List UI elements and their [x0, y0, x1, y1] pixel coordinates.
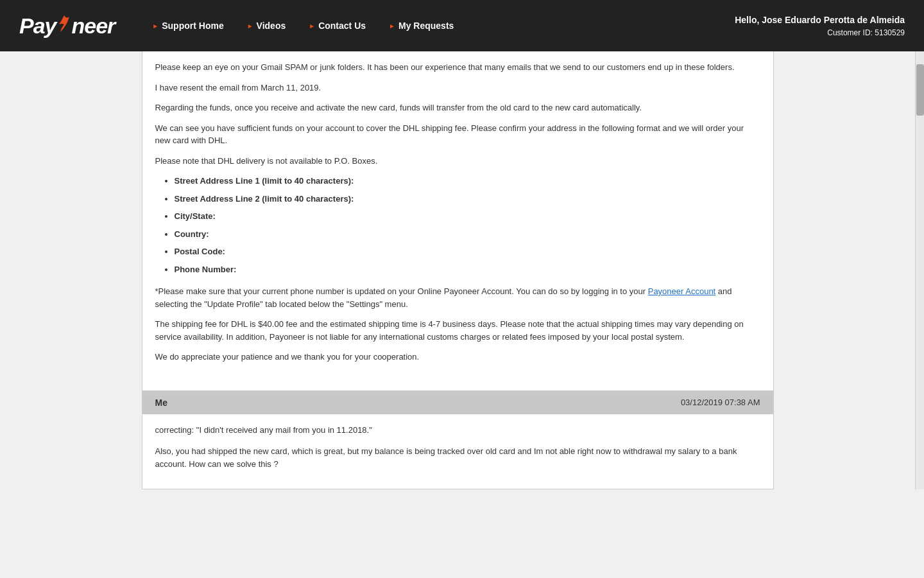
second-message-timestamp: 03/12/2019 07:38 AM	[681, 398, 760, 407]
para-resent: I have resent the email from March 11, 2…	[155, 82, 760, 94]
second-message-sender: Me	[155, 398, 167, 408]
second-para-2: Also, you had shipped the new card, whic…	[155, 445, 760, 470]
customer-id: Customer ID: 5130529	[735, 27, 905, 39]
payoneer-logo-check	[55, 14, 73, 37]
second-para-1: correcting: "I didn't received any mail …	[155, 424, 760, 437]
para-po-boxes: Please note that DHL delivery is not ava…	[155, 155, 760, 168]
list-item-postal: Postal Code:	[175, 245, 760, 258]
content-area: Please keep an eye on your Gmail SPAM or…	[142, 51, 774, 489]
main-wrapper: Please keep an eye on your Gmail SPAM or…	[0, 51, 924, 489]
arrow-icon: ►	[152, 22, 158, 30]
para-spam: Please keep an eye on your Gmail SPAM or…	[155, 61, 760, 74]
arrow-icon: ►	[309, 22, 315, 30]
user-greeting: Hello, Jose Eduardo Perotta de Almeida	[735, 13, 905, 27]
list-item-address1: Street Address Line 1 (limit to 40 chara…	[175, 175, 760, 188]
para-shipping-fee: The shipping fee for DHL is $40.00 fee a…	[155, 318, 760, 343]
nav-contact-us[interactable]: ► Contact Us	[297, 21, 377, 31]
first-message-body: Please keep an eye on your Gmail SPAM or…	[142, 51, 773, 391]
list-item-address2: Street Address Line 2 (limit to 40 chara…	[175, 193, 760, 206]
logo-area: Pay neer	[19, 13, 115, 39]
list-item-country: Country:	[175, 228, 760, 241]
scrollbar[interactable]	[915, 51, 924, 489]
para-closing: We do appreciate your patience and we th…	[155, 351, 760, 363]
nav-my-requests[interactable]: ► My Requests	[377, 21, 465, 31]
arrow-icon: ►	[247, 22, 253, 30]
para-funds: Regarding the funds, once you receive an…	[155, 101, 760, 114]
scrollbar-thumb[interactable]	[916, 64, 924, 116]
list-item-city: City/State:	[175, 210, 760, 223]
nav-support-home[interactable]: ► Support Home	[141, 21, 235, 31]
arrow-icon: ►	[389, 22, 395, 30]
second-message-body: correcting: "I didn't received any mail …	[142, 414, 773, 489]
nav-videos[interactable]: ► Videos	[235, 21, 298, 31]
user-info: Hello, Jose Eduardo Perotta de Almeida C…	[735, 13, 905, 39]
list-item-phone: Phone Number:	[175, 263, 760, 276]
main-nav: ► Support Home ► Videos ► Contact Us ► M…	[141, 21, 735, 31]
logo[interactable]: Pay neer	[19, 13, 115, 39]
address-list: Street Address Line 1 (limit to 40 chara…	[175, 175, 760, 276]
second-message-header: Me 03/12/2019 07:38 AM	[142, 391, 773, 414]
header: Pay neer ► Support Home ► Videos ► Conta…	[0, 0, 924, 51]
payoneer-account-link[interactable]: Payoneer Account	[648, 286, 716, 296]
para-dhl-confirm: We can see you have sufficient funds on …	[155, 122, 760, 147]
para-phone-note: *Please make sure that your current phon…	[155, 285, 760, 310]
